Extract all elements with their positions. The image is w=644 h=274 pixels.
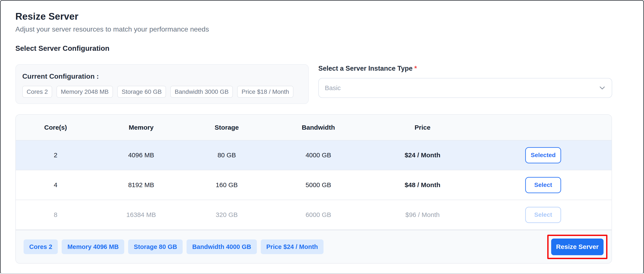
cell-bandwidth: 6000 GB [266,200,370,230]
cell-memory: 8192 MB [96,170,187,200]
column-header-cores: Core(s) [16,115,96,140]
summary-pill-bandwidth: Bandwidth 4000 GB [186,239,257,254]
app-window: Resize Server Adjust your server resourc… [0,0,644,274]
cell-storage: 320 GB [187,200,266,230]
table-footer: Cores 2 Memory 4096 MB Storage 80 GB Ban… [16,230,612,263]
resize-server-panel: Resize Server Adjust your server resourc… [1,1,643,264]
current-configuration-label: Current Configuration : [22,72,302,81]
select-plan-button[interactable]: Select [525,177,561,193]
summary-pill-price: Price $24 / Month [261,239,324,254]
instance-type-value: Basic [325,84,600,92]
plan-row-selected: 2 4096 MB 80 GB 4000 GB $24 / Month Sele… [16,140,612,170]
column-header-storage: Storage [187,115,266,140]
current-config-pill-cores: Cores 2 [22,86,52,98]
instance-type-select[interactable]: Basic [318,78,612,98]
cell-price: $48 / Month [370,170,475,200]
cell-bandwidth: 5000 GB [266,170,370,200]
page-title: Resize Server [15,11,612,22]
instance-type-label-text: Select a Server Instance Type [318,65,412,72]
cell-bandwidth: 4000 GB [266,140,370,170]
cell-memory: 16384 MB [96,200,187,230]
plans-table-card: Core(s) Memory Storage Bandwidth Price 2… [15,114,612,264]
required-asterisk: * [414,65,417,72]
configuration-row: Current Configuration : Cores 2 Memory 2… [15,64,612,104]
current-configuration-pills: Cores 2 Memory 2048 MB Storage 60 GB Ban… [22,86,302,98]
section-title: Select Server Configuration [15,44,612,52]
page-subtitle: Adjust your server resources to match yo… [15,25,612,33]
chevron-down-icon [600,86,605,89]
summary-pill-storage: Storage 80 GB [128,239,183,254]
summary-pill-memory: Memory 4096 MB [62,239,124,254]
plan-row: 4 8192 MB 160 GB 5000 GB $48 / Month Sel… [16,170,612,200]
column-header-action [475,115,612,140]
cell-price: $24 / Month [370,140,475,170]
column-header-bandwidth: Bandwidth [266,115,370,140]
select-plan-button-disabled: Select [525,207,561,223]
cell-cores: 2 [16,140,96,170]
selected-plan-button[interactable]: Selected [525,147,561,163]
cell-storage: 160 GB [187,170,266,200]
column-header-memory: Memory [96,115,187,140]
cell-memory: 4096 MB [96,140,187,170]
summary-pill-cores: Cores 2 [24,239,58,254]
cell-action: Select [475,200,612,230]
cell-cores: 4 [16,170,96,200]
instance-type-column: Select a Server Instance Type* Basic [318,64,612,104]
table-header-row: Core(s) Memory Storage Bandwidth Price [16,115,612,140]
plan-row-disabled: 8 16384 MB 320 GB 6000 GB $96 / Month Se… [16,200,612,230]
instance-type-label: Select a Server Instance Type* [318,64,612,73]
column-header-price: Price [370,115,475,140]
cell-storage: 80 GB [187,140,266,170]
cell-action: Select [475,170,612,200]
resize-server-button[interactable]: Resize Server [551,239,604,255]
current-config-pill-storage: Storage 60 GB [117,86,166,98]
current-config-pill-bandwidth: Bandwidth 3000 GB [170,86,233,98]
plans-table: Core(s) Memory Storage Bandwidth Price 2… [16,115,612,230]
cell-action: Selected [475,140,612,170]
current-configuration-card: Current Configuration : Cores 2 Memory 2… [15,64,309,104]
current-config-pill-memory: Memory 2048 MB [56,86,113,98]
current-config-pill-price: Price $18 / Month [237,86,293,98]
annotation-highlight-box: Resize Server [547,235,608,259]
cell-cores: 8 [16,200,96,230]
cell-price: $96 / Month [370,200,475,230]
